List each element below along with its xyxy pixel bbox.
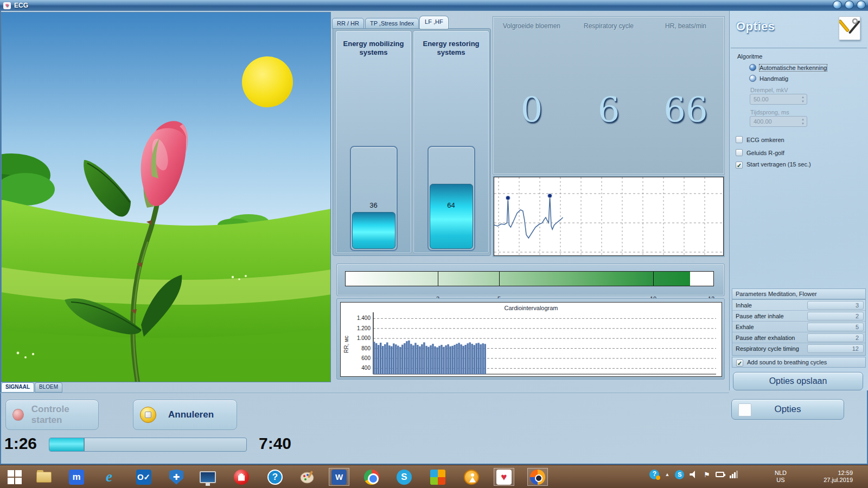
tray-date: 27.jul.2019 [824, 477, 853, 484]
check-breathing-sound[interactable]: ✓Add sound to breathing cycles [732, 357, 866, 368]
maxthon-browser-icon[interactable]: m [66, 468, 87, 486]
radio-automatic[interactable]: Automatische herkenning [749, 64, 827, 71]
params-table: Inhale3Pause after inhale2Exhale5Pause a… [732, 299, 866, 356]
windows-defender-icon[interactable]: ✚ [166, 468, 187, 486]
param-value-4[interactable]: 12 [807, 344, 864, 353]
skype-icon[interactable]: S [394, 468, 414, 486]
tray-battery-icon[interactable] [716, 472, 724, 477]
param-label-4: Respiratory cycle timing [736, 345, 799, 352]
param-label-2: Exhale [736, 324, 754, 330]
tab-rr-hr[interactable]: RR / HR [332, 18, 364, 29]
tab-tp-stress-index[interactable]: TP ,Stress Index [365, 18, 419, 29]
maximize-button[interactable] [845, 1, 854, 9]
check-sound-rwave-box[interactable] [736, 149, 743, 156]
cancel-button-label: Annuleren [168, 409, 214, 420]
tray-flag-icon[interactable]: ⚑ [704, 471, 710, 479]
energy-mobilizing-panel: Energy mobilizing systems 36 [335, 30, 412, 254]
outlook-icon[interactable]: O✓ [133, 468, 154, 486]
sidebar-title: Opties [736, 20, 775, 34]
param-row-3: Pause after exhalation2 [732, 332, 865, 343]
internet-explorer-icon[interactable]: e [99, 468, 119, 486]
check-delayed-start-box[interactable]: ✓ [736, 162, 743, 169]
paint-icon[interactable] [297, 468, 318, 486]
avg-antivirus-icon[interactable] [427, 468, 448, 486]
tab-lf-hf[interactable]: LF ,HF [420, 16, 448, 29]
param-value-2[interactable]: 5 [807, 323, 864, 331]
windows-start-icon[interactable] [4, 468, 25, 486]
red-hand-app-icon[interactable] [231, 468, 252, 486]
elapsed-time: 1:26 [4, 434, 37, 453]
threshold-spinner-icon[interactable]: ▲▼ [801, 95, 805, 104]
accessibility-icon[interactable] [461, 468, 482, 486]
check-breathing-sound-box[interactable]: ✓ [736, 359, 743, 367]
param-label-3: Pause after exhalation [736, 335, 795, 341]
radio-automatic-icon[interactable] [749, 64, 756, 71]
start-control-button[interactable]: Controle starten [5, 400, 99, 430]
energy-restoring-label: Energy restoring systems [413, 40, 489, 56]
analysis-tab-strip: RR / HRTP ,Stress IndexLF ,HF [332, 17, 449, 29]
svg-text:1.400: 1.400 [357, 315, 371, 321]
check-ecg-invert-box[interactable] [736, 136, 743, 143]
file-explorer-icon[interactable] [34, 468, 54, 486]
scale-divider-3 [438, 272, 438, 286]
scale-divider-5 [499, 272, 500, 286]
cancel-button[interactable]: Annuleren [133, 400, 237, 430]
tray-skype-icon[interactable]: S [675, 470, 684, 479]
svg-text:800: 800 [361, 345, 371, 351]
tray-language-line2: US [775, 477, 787, 484]
total-time: 7:40 [259, 434, 291, 453]
svg-text:Cardiointervalogram: Cardiointervalogram [504, 305, 558, 311]
svg-text:400: 400 [361, 365, 371, 371]
tray-network-icon[interactable] [730, 471, 738, 478]
scene-tab-signaal[interactable]: SIGNAAL [1, 382, 34, 393]
param-value-1[interactable]: 2 [807, 312, 864, 320]
tray-volume-icon[interactable] [690, 471, 698, 478]
svg-text:600: 600 [361, 355, 371, 361]
ecg-trace [494, 177, 723, 255]
check-delayed-start[interactable]: ✓Start vertragen (15 sec.) [736, 161, 811, 169]
save-options-button[interactable]: Opties opslaan [733, 372, 863, 390]
word-icon[interactable]: W [329, 468, 349, 486]
param-value-0[interactable]: 3 [807, 301, 864, 310]
scene-tab-bloem[interactable]: BLOEM [35, 382, 62, 393]
chrome-icon[interactable] [361, 468, 382, 486]
check-sound-rwave[interactable]: Geluids R-golf [736, 149, 784, 156]
param-row-1: Pause after inhale2 [732, 311, 865, 322]
scale-divider-10 [653, 272, 654, 286]
energy-mobilizing-fill [352, 212, 395, 249]
tools-icon [839, 16, 860, 40]
minimize-button[interactable] [833, 1, 842, 9]
param-row-4: Respiratory cycle timing12 [732, 343, 865, 354]
timestep-value: 400.00 [754, 118, 772, 125]
tray-help-icon[interactable]: ? [649, 470, 659, 479]
params-title: Parameters Meditation, Flower [732, 288, 866, 299]
tray-clock[interactable]: 12:59 27.jul.2019 [824, 470, 853, 484]
check-delayed-start-label: Start vertragen (15 sec.) [746, 161, 811, 168]
svg-text:RR, мс: RR, мс [343, 336, 349, 353]
bottom-control-bar: Controle starten Annuleren 1:26 7:40 [0, 393, 729, 465]
timestep-input[interactable]: 400.00 ▲▼ [750, 116, 807, 127]
threshold-input[interactable]: 50.00 ▲▼ [750, 94, 807, 105]
param-value-3[interactable]: 2 [807, 333, 864, 342]
check-ecg-invert[interactable]: ECG omkeren [736, 136, 784, 143]
options-button[interactable]: Opties [731, 399, 844, 420]
lenovo-icon[interactable] [197, 468, 218, 486]
threshold-value: 50.00 [754, 96, 769, 102]
threshold-label: Drempel, mkV [750, 87, 788, 93]
record-icon [12, 409, 24, 421]
titlebar: ♥ ECG [0, 0, 868, 11]
energy-mobilizing-label: Energy mobilizing systems [336, 40, 411, 56]
timestep-spinner-icon[interactable]: ▲▼ [801, 117, 805, 126]
tray-language[interactable]: NLD US [775, 470, 787, 484]
check-sound-rwave-label: Geluids R-golf [746, 150, 784, 156]
radio-manual[interactable]: Handmatig [749, 75, 788, 82]
tray-chevron-up-icon[interactable]: ▲ [665, 472, 669, 477]
tray-language-line1: NLD [775, 470, 787, 477]
secure-browser-icon[interactable] [527, 468, 548, 486]
help-icon[interactable]: ? [265, 468, 285, 486]
radio-manual-icon[interactable] [749, 75, 756, 82]
radio-manual-label: Handmatig [760, 75, 788, 82]
check-ecg-invert-label: ECG omkeren [746, 137, 784, 143]
ecg-app-icon[interactable]: ♥ [494, 468, 514, 486]
close-button[interactable] [857, 1, 866, 9]
